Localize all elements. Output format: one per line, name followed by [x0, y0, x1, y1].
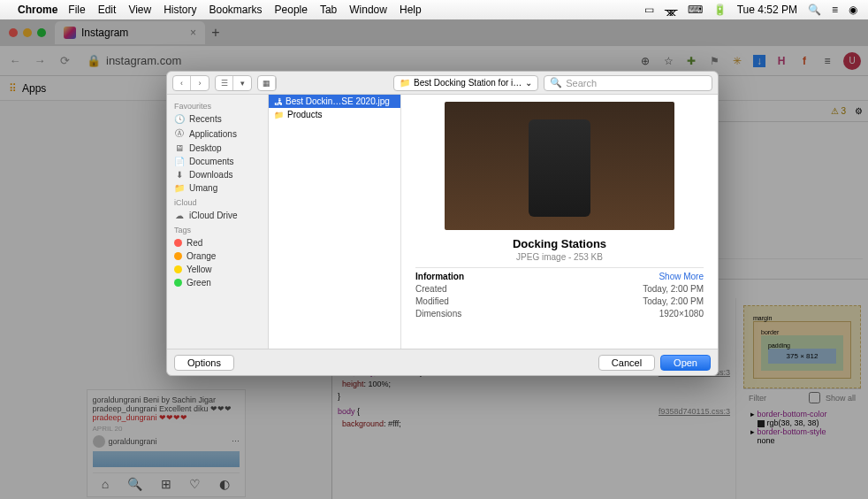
- info-value: Today, 2:00 PM: [643, 284, 704, 294]
- macos-menubar: Chrome File Edit View History Bookmarks …: [0, 0, 868, 19]
- preview-pane: Docking Stations JPEG image - 253 KB Inf…: [401, 95, 718, 349]
- open-button[interactable]: Open: [660, 355, 711, 371]
- info-header: Information: [415, 272, 464, 281]
- sidebar-tag-yellow[interactable]: Yellow: [167, 263, 268, 276]
- menu-tab[interactable]: Tab: [320, 4, 337, 16]
- clock-icon: 🕓: [174, 114, 185, 124]
- sidebar-item-recents[interactable]: 🕓Recents: [167, 112, 268, 126]
- menu-people[interactable]: People: [275, 4, 308, 16]
- sidebar-tag-red[interactable]: Red: [167, 236, 268, 250]
- spotlight-icon[interactable]: 🔍: [808, 4, 821, 16]
- show-more-link[interactable]: Show More: [659, 272, 704, 281]
- app-name[interactable]: Chrome: [18, 4, 57, 16]
- sidebar-label: Recents: [189, 114, 222, 124]
- tag-color-icon: [174, 252, 182, 260]
- sidebar: Favourites 🕓Recents ⒶApplications 🖥Deskt…: [167, 95, 269, 349]
- info-value: 1920×1080: [659, 309, 704, 319]
- dialog-toolbar: ‹ › ☰▾ ▦ 📁 Best Docking Station for i… ⌄…: [167, 72, 718, 95]
- siri-icon[interactable]: ◉: [849, 4, 857, 16]
- cancel-button[interactable]: Cancel: [598, 355, 655, 371]
- dialog-footer: Options Cancel Open: [167, 349, 718, 375]
- tag-color-icon: [174, 265, 182, 273]
- desktop-icon: 🖥: [174, 143, 185, 153]
- sidebar-label: Desktop: [189, 143, 222, 153]
- info-key: Modified: [415, 296, 449, 306]
- sidebar-label: Downloads: [189, 170, 232, 180]
- sidebar-label: Red: [187, 238, 202, 248]
- menu-file[interactable]: File: [68, 4, 85, 16]
- file-row[interactable]: 📁Products: [269, 108, 400, 121]
- folder-icon: 📁: [174, 183, 185, 193]
- sidebar-item-applications[interactable]: ⒶApplications: [167, 126, 268, 142]
- folder-icon: 📁: [274, 111, 284, 119]
- sidebar-tag-green[interactable]: Green: [167, 276, 268, 289]
- clock[interactable]: Tue 4:52 PM: [737, 4, 797, 16]
- preview-image: [445, 102, 674, 230]
- sidebar-label: Documents: [189, 157, 234, 166]
- sidebar-label: Yellow: [187, 265, 212, 274]
- path-dropdown[interactable]: 📁 Best Docking Station for i… ⌄: [393, 75, 538, 91]
- nav-back-forward: ‹ ›: [172, 75, 209, 91]
- file-open-dialog: ‹ › ☰▾ ▦ 📁 Best Docking Station for i… ⌄…: [166, 71, 719, 376]
- file-list: 🏞Best Dockin…SE 2020.jpg 📁Products: [269, 95, 401, 349]
- info-value: Today, 2:00 PM: [643, 296, 704, 306]
- sidebar-label: Umang: [189, 183, 217, 193]
- search-input[interactable]: 🔍 Search: [544, 75, 712, 91]
- preview-title: Docking Stations: [415, 237, 704, 250]
- sidebar-header-tags: Tags: [167, 222, 268, 236]
- sidebar-label: Green: [187, 278, 211, 288]
- sidebar-header-favourites: Favourites: [167, 98, 268, 112]
- battery-icon[interactable]: 🔋: [713, 4, 727, 16]
- control-center-icon[interactable]: ▭: [644, 4, 654, 16]
- menu-extras-icon[interactable]: ≡: [832, 4, 838, 16]
- view-mode-button[interactable]: ☰▾: [215, 75, 252, 91]
- menu-bookmarks[interactable]: Bookmarks: [209, 4, 263, 16]
- chevron-updown-icon: ⌄: [525, 78, 532, 88]
- file-name: Best Dockin…SE 2020.jpg: [286, 96, 390, 106]
- info-key: Dimensions: [415, 309, 461, 319]
- forward-icon[interactable]: ›: [191, 76, 209, 90]
- path-label: Best Docking Station for i…: [414, 78, 522, 88]
- cloud-icon: ☁: [174, 211, 185, 220]
- folder-icon: 📁: [400, 78, 410, 88]
- file-row[interactable]: 🏞Best Dockin…SE 2020.jpg: [269, 95, 400, 108]
- file-name: Products: [287, 110, 322, 119]
- bluetooth-icon[interactable]: ᚘ: [665, 4, 677, 16]
- sidebar-item-desktop[interactable]: 🖥Desktop: [167, 142, 268, 155]
- keyboard-icon[interactable]: ⌨: [688, 4, 703, 16]
- apps-icon: Ⓐ: [174, 127, 185, 140]
- menu-history[interactable]: History: [164, 4, 196, 16]
- sidebar-label: iCloud Drive: [189, 211, 237, 220]
- sidebar-header-icloud: iCloud: [167, 195, 268, 209]
- sidebar-item-icloud[interactable]: ☁iCloud Drive: [167, 209, 268, 222]
- tag-color-icon: [174, 239, 182, 247]
- menu-view[interactable]: View: [128, 4, 151, 16]
- sidebar-tag-orange[interactable]: Orange: [167, 250, 268, 263]
- image-icon: 🏞: [274, 97, 282, 106]
- sidebar-label: Orange: [187, 251, 216, 261]
- back-icon[interactable]: ‹: [173, 76, 191, 90]
- group-button[interactable]: ▦: [257, 75, 277, 91]
- search-icon: 🔍: [550, 77, 562, 88]
- downloads-icon: ⬇: [174, 170, 185, 180]
- sidebar-label: Applications: [189, 129, 237, 139]
- sidebar-item-downloads[interactable]: ⬇Downloads: [167, 168, 268, 181]
- documents-icon: 📄: [174, 157, 185, 166]
- sidebar-item-home[interactable]: 📁Umang: [167, 181, 268, 195]
- search-placeholder: Search: [566, 78, 597, 88]
- sidebar-item-documents[interactable]: 📄Documents: [167, 155, 268, 168]
- menu-window[interactable]: Window: [349, 4, 387, 16]
- menu-edit[interactable]: Edit: [98, 4, 117, 16]
- preview-meta: JPEG image - 253 KB: [415, 252, 704, 262]
- options-button[interactable]: Options: [174, 355, 234, 371]
- info-key: Created: [415, 284, 447, 294]
- menu-help[interactable]: Help: [400, 4, 422, 16]
- tag-color-icon: [174, 279, 182, 287]
